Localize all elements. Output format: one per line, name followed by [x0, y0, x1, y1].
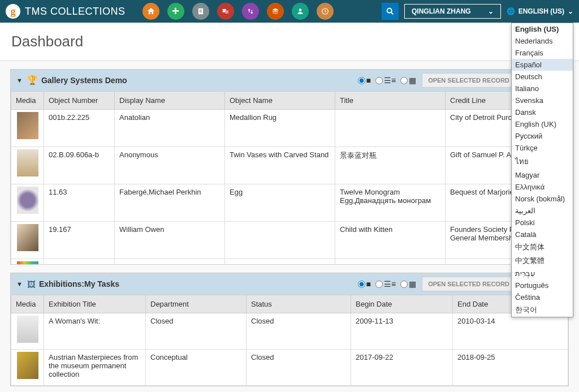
language-option[interactable]: Ĉeština [512, 291, 573, 303]
thumbnail-icon [17, 224, 38, 251]
language-option[interactable]: ไทย [512, 154, 573, 169]
thumbnail-icon [17, 149, 38, 176]
panel-exhibitions: ▼ 🖼 Exhibitions:My Tasks ■ ☰≡ ▦ OPEN SEL… [10, 273, 569, 386]
table-row[interactable]: 19.167 William Owen Child with Kitten Fo… [11, 222, 568, 259]
clock-icon[interactable] [317, 3, 334, 20]
chevron-down-icon: ⌄ [568, 7, 573, 15]
square-icon: ■ [366, 279, 371, 288]
home-icon[interactable] [142, 3, 159, 20]
object-name-cell: Twin Vases with Carved Stand [225, 147, 335, 184]
language-option[interactable]: עִבְרִית [512, 268, 573, 279]
column-header[interactable]: Object Name [225, 92, 335, 110]
language-option[interactable]: Polski [512, 217, 573, 229]
column-header[interactable]: Object Number [44, 92, 115, 110]
exhibition-title-cell: A Woman's Wit: [44, 313, 146, 350]
object-number-cell: 001b.22.225 [44, 110, 115, 147]
panel-title: Gallery Systems Demo [41, 76, 127, 85]
column-header[interactable]: Status [247, 295, 351, 313]
table-row[interactable]: Austrian Masterpieces from the museum pe… [11, 350, 568, 386]
language-option[interactable]: Dansk [512, 106, 573, 118]
column-header[interactable]: Title [335, 92, 446, 110]
language-option[interactable]: Deutsch [512, 71, 573, 83]
view-table-radio[interactable]: ■ [358, 279, 371, 288]
column-header[interactable]: Department [146, 295, 247, 313]
column-header[interactable]: Begin Date [351, 295, 453, 313]
svg-point-6 [299, 8, 301, 11]
media-icon[interactable] [217, 3, 234, 20]
svg-line-9 [391, 12, 393, 14]
open-selected-button[interactable]: OPEN SELECTED RECORD [422, 73, 516, 88]
view-grid-radio[interactable]: ▦ [400, 279, 416, 288]
media-cell [11, 110, 44, 147]
object-number-cell: 11.63 [44, 184, 115, 222]
view-list-radio[interactable]: ☰≡ [375, 279, 396, 288]
language-option[interactable]: Português [512, 279, 573, 291]
language-option[interactable]: English (US) [512, 23, 573, 35]
language-option[interactable]: العربية [512, 205, 573, 217]
title-cell: The Promenade [335, 259, 446, 265]
layers-icon[interactable] [267, 3, 284, 20]
grid-icon: ▦ [409, 76, 416, 85]
svg-point-8 [387, 8, 392, 13]
language-option[interactable]: Nederlands [512, 35, 573, 47]
language-dropdown: English (US)NederlandsFrançaisEspañolDeu… [511, 23, 573, 317]
svg-rect-5 [225, 10, 228, 14]
view-grid-radio[interactable]: ▦ [400, 76, 416, 85]
open-selected-button[interactable]: OPEN SELECTED RECORD [422, 277, 516, 291]
table-row[interactable]: 02.B.09.606a-b Anonymous Twin Vases with… [11, 147, 568, 184]
language-option[interactable]: Norsk (bokmål) [512, 193, 573, 205]
display-name-cell: William Owen [115, 222, 225, 259]
begin-date-cell: 2009-11-13 [351, 313, 453, 350]
language-option[interactable]: Magyar [512, 169, 573, 181]
table-row[interactable]: A Woman's Wit: Closed Closed 2009-11-13 … [11, 313, 568, 350]
language-option[interactable]: 中文繁體 [512, 254, 573, 268]
nav-icons: + [142, 3, 334, 20]
language-option[interactable]: 中文简体 [512, 240, 573, 254]
language-selector[interactable]: 🌐 ENGLISH (US) ⌄ [507, 7, 573, 15]
language-label: ENGLISH (US) [518, 7, 564, 15]
language-option[interactable]: Català [512, 229, 573, 240]
square-icon: ■ [366, 76, 371, 85]
collapse-toggle[interactable]: ▼ [16, 77, 23, 84]
object-name-cell: Egg [225, 184, 335, 222]
document-icon[interactable] [192, 3, 209, 20]
view-mode-radios: ■ ☰≡ ▦ [358, 279, 417, 288]
column-header[interactable]: Media [11, 295, 44, 313]
view-table-radio[interactable]: ■ [358, 76, 371, 85]
column-header[interactable]: Display Name [115, 92, 225, 110]
view-list-radio[interactable]: ☰≡ [375, 76, 396, 85]
table-row[interactable]: 001b.22.225 Anatolian Medallion Rug City… [11, 110, 568, 147]
language-option[interactable]: 한국어 [512, 303, 573, 317]
media-cell [11, 259, 44, 265]
add-icon[interactable]: + [167, 3, 184, 20]
table-row[interactable]: 30.322 William James Glackens The Promen… [11, 259, 568, 265]
display-name-cell: Anatolian [115, 110, 225, 147]
updown-icon[interactable] [242, 3, 259, 20]
language-option[interactable]: English (UK) [512, 118, 573, 130]
language-option[interactable]: Русский [512, 130, 573, 142]
panel-gallery-demo: ▼ 🏆 Gallery Systems Demo ■ ☰≡ ▦ OPEN SEL… [10, 69, 569, 265]
language-option[interactable]: Türkçe [512, 142, 573, 154]
language-option[interactable]: Ελληνικά [512, 181, 573, 193]
panel-header: ▼ 🖼 Exhibitions:My Tasks ■ ☰≡ ▦ OPEN SEL… [11, 273, 568, 295]
list-icon: ☰≡ [384, 279, 396, 288]
column-header[interactable]: Exhibition Title [44, 295, 146, 313]
language-option[interactable]: Français [512, 47, 573, 59]
logo-icon: g [6, 4, 20, 19]
display-name-cell: William James Glackens [115, 259, 225, 265]
search-button[interactable] [382, 3, 399, 20]
language-option[interactable]: Italiano [512, 83, 573, 94]
media-cell [11, 313, 44, 350]
begin-date-cell: 2017-09-22 [351, 350, 453, 386]
user-selector[interactable]: QINGLIAN ZHANG ⌄ [404, 4, 501, 19]
column-header[interactable]: Media [11, 92, 44, 110]
collapse-toggle[interactable]: ▼ [16, 281, 23, 287]
language-option[interactable]: Español [512, 59, 573, 71]
language-option[interactable]: Svenska [512, 94, 573, 106]
object-name-cell [225, 222, 335, 259]
table-row[interactable]: 11.63 Fabergé,Michael Perkhin Egg Twelve… [11, 184, 568, 222]
table-objects: MediaObject NumberDisplay NameObject Nam… [11, 91, 568, 264]
object-name-cell: Medallion Rug [225, 110, 335, 147]
chevron-down-icon: ⌄ [488, 7, 494, 15]
user-nav-icon[interactable] [292, 3, 309, 20]
